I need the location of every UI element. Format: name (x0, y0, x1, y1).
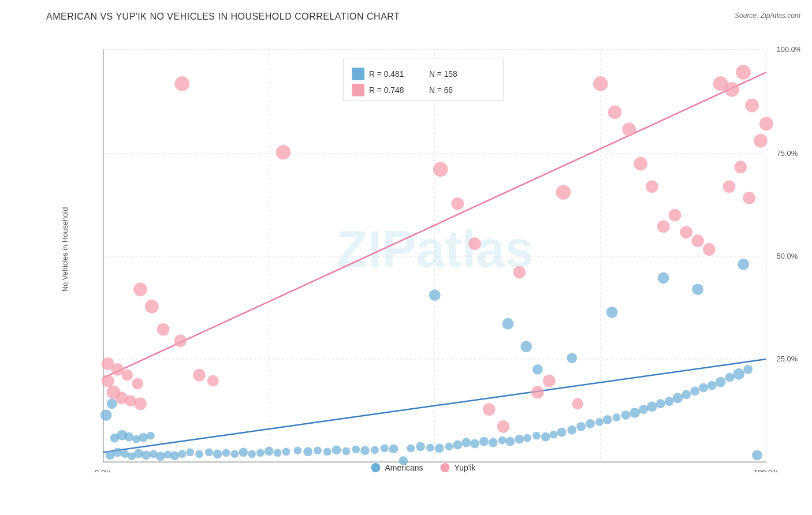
blue-dot (323, 447, 331, 456)
blue-dot (293, 446, 301, 454)
blue-dot (141, 450, 151, 460)
pink-dot (759, 117, 773, 130)
blue-dot (426, 444, 434, 452)
pink-dot (657, 221, 670, 233)
blue-dot (360, 446, 370, 455)
blue-dot (532, 432, 541, 440)
blue-dot (658, 273, 669, 284)
watermark: ZIPatlas (336, 220, 534, 278)
blue-dot (716, 377, 726, 387)
blue-dot (502, 318, 514, 330)
pink-dot (207, 375, 219, 387)
blue-dot (389, 445, 398, 454)
blue-dot (139, 433, 148, 442)
pink-dot (483, 403, 496, 416)
legend-label-americans: Americans (385, 463, 423, 472)
blue-dot (550, 431, 558, 439)
blue-dot (170, 451, 180, 460)
blue-dot (595, 418, 604, 426)
blue-dot (407, 445, 415, 453)
pink-dot (745, 99, 759, 113)
legend-blue-rect (352, 68, 364, 80)
x-label-0: 0.0% (95, 468, 111, 472)
blue-dot (282, 447, 290, 456)
pink-dot (743, 192, 755, 204)
blue-dot (656, 399, 665, 408)
blue-dot (498, 436, 506, 445)
pink-dot (174, 76, 189, 91)
pink-dot (736, 65, 751, 80)
blue-dot (752, 450, 762, 460)
blue-dot (121, 450, 129, 458)
y-label-25: 25.0% (777, 354, 798, 363)
blue-dot (107, 398, 117, 409)
blue-dot (113, 447, 122, 457)
pink-dot (497, 420, 510, 433)
blue-dot (557, 428, 567, 437)
blue-dot (639, 405, 648, 414)
blue-dot (699, 383, 708, 393)
pink-dot (513, 266, 526, 279)
blue-dot (532, 364, 543, 375)
pink-dot (734, 161, 747, 174)
blue-dot (314, 446, 322, 454)
y-label-75: 75.0% (777, 149, 798, 158)
pink-dot (725, 82, 740, 97)
pink-dot (646, 180, 658, 193)
blue-dot (665, 397, 674, 406)
scatter-plot: No Vehicles in Household 100.0% 75.0% 50… (46, 27, 800, 472)
pink-dot (531, 386, 544, 399)
chart-container: AMERICAN VS YUP'IK NO VEHICLES IN HOUSEH… (0, 0, 812, 515)
blue-dot (274, 449, 282, 457)
y-label-50: 50.0% (777, 252, 798, 260)
blue-dot (124, 432, 133, 442)
blue-dot (256, 449, 265, 457)
blue-dot (230, 450, 239, 458)
pink-dot (468, 237, 481, 250)
pink-dot (608, 106, 622, 120)
blue-dot (332, 445, 341, 454)
blue-dot (606, 307, 618, 318)
source-text: Source: ZipAtlas.com (735, 12, 800, 20)
chart-legend: Americans Yup'ik (371, 463, 475, 472)
pink-dot (157, 323, 170, 336)
pink-dot (121, 370, 133, 381)
pink-dot (276, 145, 291, 160)
pink-dot (451, 197, 464, 210)
blue-dot (342, 447, 350, 455)
blue-dot (265, 446, 274, 456)
pink-dot (703, 243, 716, 256)
legend-blue-r: R = 0.481 (369, 69, 404, 79)
legend-label-yupik: Yup'ik (455, 463, 476, 472)
blue-dot (743, 365, 753, 374)
blue-dot (520, 341, 532, 352)
legend-blue-n: N = 158 (429, 69, 457, 79)
blue-dot (352, 445, 360, 453)
blue-dot (506, 437, 515, 446)
blue-dot (541, 432, 550, 442)
legend-box (343, 58, 503, 100)
legend-item-yupik: Yup'ik (441, 463, 476, 472)
blue-dot (673, 393, 683, 403)
blue-dot (479, 437, 489, 446)
blue-dot (707, 381, 717, 390)
blue-dot (621, 410, 630, 420)
pink-dot (680, 226, 692, 238)
blue-dot (213, 449, 222, 458)
blue-dot (567, 353, 577, 363)
blue-dot (435, 444, 444, 453)
blue-dot (429, 289, 441, 301)
blue-dot (461, 438, 471, 447)
blue-dot (603, 415, 612, 424)
y-axis-label: No Vehicles in Household (61, 207, 69, 292)
pink-dot (174, 334, 187, 347)
blue-dot (205, 448, 213, 456)
blue-dot (567, 426, 576, 435)
blue-dot (647, 401, 657, 412)
pink-dot (145, 300, 159, 314)
blue-dot (381, 445, 389, 453)
blue-dot (613, 413, 621, 421)
pink-dot (593, 76, 608, 91)
blue-dot (195, 450, 203, 458)
pink-dot (134, 397, 147, 410)
